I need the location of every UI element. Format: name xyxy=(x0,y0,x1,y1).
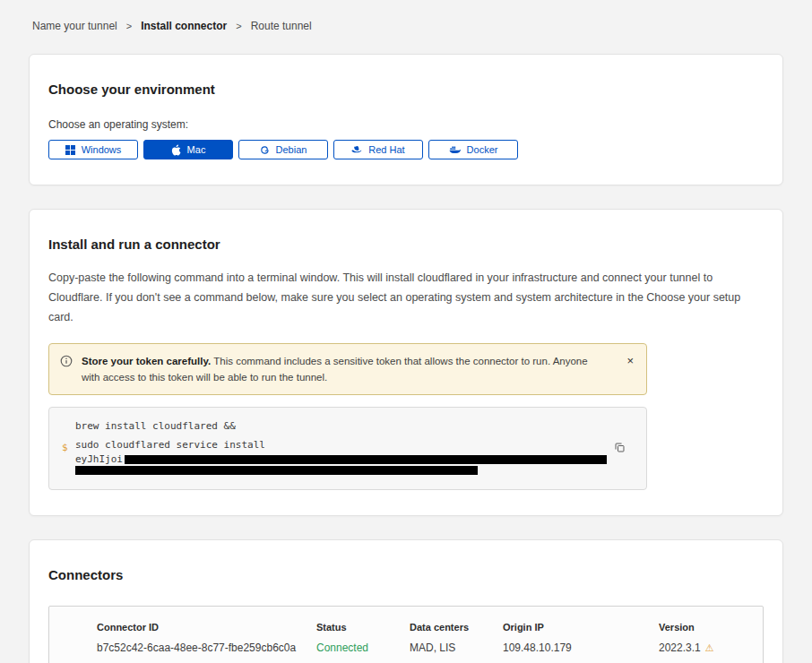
install-command-block: $ brew install cloudflared && sudo cloud… xyxy=(48,407,647,490)
os-button-redhat[interactable]: Red Hat xyxy=(333,140,423,159)
command-line-1: brew install cloudflared && xyxy=(75,417,607,435)
apple-icon xyxy=(171,144,181,156)
environment-card: Choose your environment Choose an operat… xyxy=(29,54,783,185)
terminal-prompt: $ xyxy=(62,442,75,453)
column-header-connector-id: Connector ID xyxy=(97,622,316,633)
os-button-docker[interactable]: Docker xyxy=(428,140,518,159)
os-button-mac[interactable]: Mac xyxy=(143,140,233,159)
connector-card-title: Install and run a connector xyxy=(48,237,764,252)
token-prefix: eyJhIjoi xyxy=(75,454,123,465)
copy-icon xyxy=(614,443,626,456)
page: Name your tunnel > Install connector > R… xyxy=(0,0,812,663)
token-warning-alert: Store your token carefully. This command… xyxy=(48,343,647,396)
token-warning-text: Store your token carefully. This command… xyxy=(82,353,614,386)
os-button-label: Windows xyxy=(82,144,122,155)
connectors-card-title: Connectors xyxy=(48,567,764,582)
install-command-lines: brew install cloudflared && sudo cloudfl… xyxy=(75,417,607,478)
os-button-group: Windows Mac Debian Red Hat xyxy=(48,140,764,159)
docker-icon xyxy=(449,145,461,154)
info-icon xyxy=(60,355,73,371)
version-number: 2022.3.1 xyxy=(659,641,701,654)
connector-description: Copy-paste the following command into a … xyxy=(48,269,764,328)
column-header-data-centers: Data centers xyxy=(410,622,503,633)
os-button-label: Red Hat xyxy=(368,144,404,155)
token-warning-bold: Store your token carefully. xyxy=(82,356,211,366)
breadcrumb-step-route-tunnel[interactable]: Route tunnel xyxy=(251,20,312,32)
command-line-2: sudo cloudflared service install xyxy=(75,435,607,454)
os-select-label: Choose an operating system: xyxy=(48,118,764,131)
breadcrumb: Name your tunnel > Install connector > R… xyxy=(32,20,780,32)
connector-id-value: b7c52c42-6caa-48ee-8c77-fbe259cb6c0a xyxy=(97,641,316,654)
data-centers-value: MAD, LIS xyxy=(410,641,503,654)
breadcrumb-separator: > xyxy=(236,21,241,31)
close-icon[interactable]: × xyxy=(623,353,637,368)
column-header-origin-ip: Origin IP xyxy=(503,622,659,633)
redhat-icon xyxy=(351,145,362,154)
origin-ip-value: 109.48.10.179 xyxy=(503,641,659,654)
column-header-status: Status xyxy=(316,622,410,633)
connector-card: Install and run a connector Copy-paste t… xyxy=(29,209,783,516)
windows-icon xyxy=(65,145,75,155)
connectors-table-header: Connector ID Status Data centers Origin … xyxy=(49,622,763,633)
debian-icon xyxy=(260,145,270,155)
os-button-windows[interactable]: Windows xyxy=(48,140,138,159)
breadcrumb-step-name-your-tunnel[interactable]: Name your tunnel xyxy=(32,20,117,32)
version-warning-icon: ⚠ xyxy=(705,642,714,654)
connectors-table: Connector ID Status Data centers Origin … xyxy=(48,606,764,663)
redacted-token-bar xyxy=(125,455,607,464)
environment-card-title: Choose your environment xyxy=(48,82,764,97)
redacted-token-bar xyxy=(75,466,478,475)
breadcrumb-separator: > xyxy=(126,21,132,31)
table-row: b7c52c42-6caa-48ee-8c77-fbe259cb6c0a Con… xyxy=(49,641,763,654)
column-header-version: Version xyxy=(659,622,763,633)
token-line: eyJhIjoi xyxy=(75,454,607,465)
os-button-label: Debian xyxy=(276,144,307,155)
copy-command-button[interactable] xyxy=(611,439,628,459)
breadcrumb-step-install-connector[interactable]: Install connector xyxy=(141,20,227,32)
os-button-label: Docker xyxy=(467,144,498,155)
os-button-label: Mac xyxy=(187,144,206,155)
version-value: 2022.3.1 ⚠ xyxy=(659,641,763,654)
connectors-card: Connectors Connector ID Status Data cent… xyxy=(29,539,783,663)
os-button-debian[interactable]: Debian xyxy=(238,140,328,159)
status-badge: Connected xyxy=(316,641,410,654)
